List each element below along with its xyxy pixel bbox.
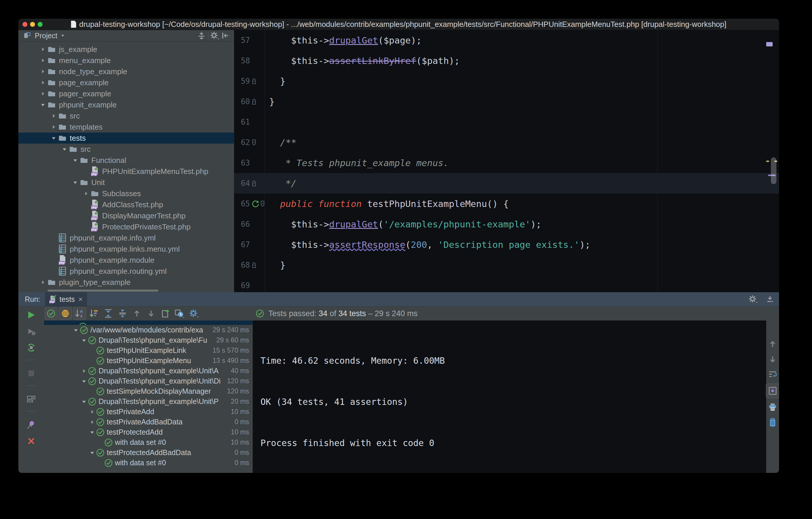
project-tree-item[interactable]: templates: [18, 121, 234, 133]
chevron-expanded-icon[interactable]: [88, 450, 96, 456]
project-tree-item[interactable]: phpunit_example.info.yml: [18, 233, 234, 243]
layout-button[interactable]: [25, 392, 38, 406]
chevron-collapsed-icon[interactable]: [39, 80, 47, 85]
chevron-collapsed-icon[interactable]: [39, 279, 47, 285]
scroll-end-button[interactable]: [766, 384, 779, 398]
code-text[interactable]: $this->assertResponse(200, 'Description …: [265, 235, 779, 255]
sort-az-button[interactable]: az: [73, 307, 86, 320]
chevron-expanded-icon[interactable]: [80, 337, 88, 343]
chevron-collapsed-icon[interactable]: [39, 57, 47, 63]
close-x-button[interactable]: [25, 434, 38, 448]
gear-gray-icon[interactable]: [209, 31, 220, 40]
chevron-expanded-icon[interactable]: [72, 327, 80, 333]
code-text[interactable]: }: [265, 71, 779, 91]
code-text[interactable]: [265, 275, 779, 292]
close-tab-icon[interactable]: ×: [79, 295, 83, 304]
printer-button[interactable]: [766, 401, 779, 413]
chevron-expanded-icon[interactable]: [88, 429, 96, 435]
fold-end-icon[interactable]: [252, 98, 256, 105]
code-text[interactable]: $this->drupalGet('/examples/phpunit-exam…: [265, 214, 779, 235]
hide-left-icon[interactable]: [220, 31, 230, 40]
gear-gray-icon[interactable]: [748, 295, 758, 304]
chevron-expanded-icon[interactable]: [61, 146, 68, 152]
test-result-row[interactable]: testSimpleMockDisplayManager 120 ms: [44, 386, 253, 397]
project-tree-item[interactable]: js_example: [18, 44, 234, 55]
code-text[interactable]: /**: [265, 132, 779, 153]
project-tree-item[interactable]: Unit: [18, 177, 234, 188]
code-text[interactable]: }: [265, 91, 779, 112]
test-result-row[interactable]: Drupal\Tests\phpunit_example\Unit\P 20 m…: [44, 397, 253, 407]
test-console-output[interactable]: Time: 46.62 seconds, Memory: 6.00MB OK (…: [253, 321, 766, 473]
test-result-row[interactable]: /var/www/web/modules/contrib/exa 29 s 24…: [44, 325, 253, 335]
run-test-icon[interactable]: [252, 200, 259, 208]
rerun-failed-button[interactable]: [25, 325, 38, 338]
fold-start-icon[interactable]: [260, 200, 265, 207]
minimize-window-button[interactable]: [30, 22, 35, 27]
run-tab-tests[interactable]: php tests ×: [45, 292, 87, 306]
fold-start-icon[interactable]: [252, 139, 256, 146]
test-result-row[interactable]: with data set #0 0 ms: [44, 458, 253, 468]
test-result-row[interactable]: Drupal\Tests\phpunit_example\Unit\Di 120…: [44, 376, 253, 386]
arrow-up-button[interactable]: [130, 307, 143, 320]
code-editor[interactable]: 57 $this->drupalGet($page); 58 $this->as…: [234, 30, 779, 292]
warning-stripe-mark[interactable]: [766, 161, 769, 162]
code-text[interactable]: * Tests phpunit_example menus.: [265, 153, 779, 173]
project-tree-item[interactable]: phpunit_example: [18, 99, 234, 110]
chevron-expanded-icon[interactable]: [71, 157, 79, 163]
chevron-collapsed-icon[interactable]: [39, 91, 47, 97]
project-tree-item[interactable]: php AddClassTest.php: [18, 199, 234, 210]
project-tree-item[interactable]: php PHPUnitExampleMenuTest.php: [18, 166, 234, 177]
chevron-expanded-icon[interactable]: [50, 135, 57, 141]
project-tree-item[interactable]: tests: [18, 133, 234, 144]
chevron-down-icon[interactable]: [60, 33, 65, 38]
test-result-row[interactable]: Drupal\Tests\phpunit_example\Unit\A 40 m…: [44, 366, 253, 376]
chevron-collapsed-icon[interactable]: [80, 368, 88, 374]
fold-end-icon[interactable]: [252, 78, 256, 85]
project-tree-item[interactable]: Functional: [18, 155, 234, 166]
chevron-expanded-icon[interactable]: [39, 102, 47, 108]
stop-button[interactable]: [25, 366, 38, 380]
fold-end-icon[interactable]: [252, 180, 256, 187]
gear-blue-button[interactable]: [187, 307, 200, 320]
test-root-row[interactable]: [44, 321, 253, 325]
chevron-collapsed-icon[interactable]: [50, 113, 57, 119]
project-tree-item[interactable]: pager_example: [18, 88, 234, 99]
project-tree-item[interactable]: php DisplayManagerTest.php: [18, 210, 234, 221]
inspection-indicator[interactable]: [766, 42, 773, 47]
project-tree-item[interactable]: src: [18, 144, 234, 155]
filter-ignored-button[interactable]: [59, 307, 72, 320]
pin-button[interactable]: [25, 418, 38, 431]
auto-rerun-button[interactable]: [25, 341, 38, 354]
project-tree-item[interactable]: phpunit_example.links.menu.yml: [18, 243, 234, 254]
window-titlebar[interactable]: drupal-testing-workshop [~/Code/os/drupa…: [18, 19, 779, 30]
code-text[interactable]: $this->assertLinkByHref($path);: [265, 51, 779, 71]
trash-button[interactable]: [766, 416, 779, 429]
test-result-row[interactable]: testPrivateAddBadData 0 ms: [44, 417, 253, 427]
locate-icon[interactable]: [196, 31, 207, 40]
filter-pass-button[interactable]: [45, 307, 57, 320]
code-text[interactable]: }: [265, 255, 779, 275]
test-result-row[interactable]: Drupal\Tests\phpunit_example\Fu 29 s 60 …: [44, 335, 253, 345]
project-tree-item[interactable]: plugin_type_example: [18, 277, 234, 288]
test-result-row[interactable]: with data set #0 10 ms: [44, 437, 253, 447]
chevron-collapsed-icon[interactable]: [39, 47, 47, 52]
expand-all-button[interactable]: [102, 307, 115, 320]
chevron-collapsed-icon[interactable]: [39, 69, 47, 75]
chevron-collapsed-icon[interactable]: [50, 124, 57, 130]
collapse-all-button[interactable]: [116, 307, 129, 320]
project-tree-item[interactable]: Subclasses: [18, 188, 234, 199]
test-result-row[interactable]: testPhpUnitExampleMenu 13 s 490 ms: [44, 356, 253, 366]
project-tree-item[interactable]: node_type_example: [18, 66, 234, 77]
horizontal-scrollbar[interactable]: [48, 290, 158, 292]
softwrap-button[interactable]: [766, 368, 779, 381]
fold-end-icon[interactable]: [252, 262, 256, 269]
zoom-window-button[interactable]: [38, 22, 42, 27]
sort-duration-button[interactable]: [87, 307, 100, 320]
chevron-expanded-icon[interactable]: [80, 399, 88, 405]
project-tree-item[interactable]: page_example: [18, 77, 234, 88]
test-result-row[interactable]: testProtectedAdd 10 ms: [44, 427, 253, 437]
arrow-up-button[interactable]: [766, 338, 779, 350]
chevron-expanded-icon[interactable]: [71, 180, 79, 185]
project-tree-item[interactable]: php phpunit_example.module: [18, 254, 234, 266]
test-result-row[interactable]: testPrivateAdd 10 ms: [44, 407, 253, 417]
